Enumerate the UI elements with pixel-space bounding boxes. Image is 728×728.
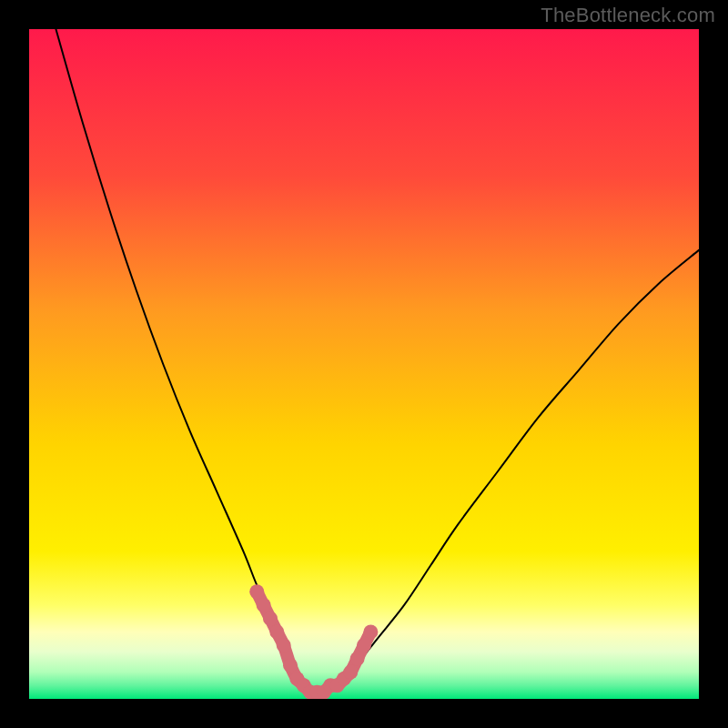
chart-plot bbox=[29, 29, 699, 699]
marker-dot bbox=[249, 584, 264, 599]
marker-dot bbox=[277, 638, 291, 652]
chart-background bbox=[29, 29, 699, 699]
marker-dot bbox=[263, 612, 278, 626]
chart-frame: TheBottleneck.com bbox=[0, 0, 728, 728]
marker-dot bbox=[357, 638, 371, 652]
marker-dot bbox=[343, 665, 358, 680]
marker-dot bbox=[257, 598, 271, 612]
marker-dot bbox=[363, 624, 378, 639]
watermark-text: TheBottleneck.com bbox=[541, 4, 715, 27]
marker-dot bbox=[283, 658, 298, 672]
marker-dot bbox=[350, 652, 365, 666]
marker-dot bbox=[269, 624, 284, 639]
